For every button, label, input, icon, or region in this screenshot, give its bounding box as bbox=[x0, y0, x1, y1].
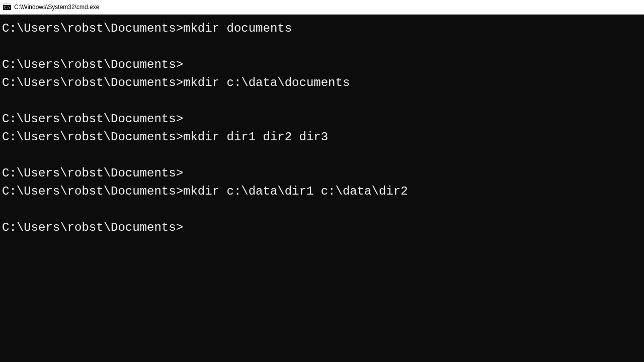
command-text: mkdir dir1 dir2 dir3 bbox=[183, 130, 328, 144]
command-text: mkdir c:\data\documents bbox=[183, 76, 350, 89]
svg-text:C:\: C:\ bbox=[4, 6, 11, 10]
terminal-line: C:\Users\robst\Documents>mkdir documents bbox=[2, 20, 642, 38]
prompt: C:\Users\robst\Documents> bbox=[2, 112, 183, 126]
terminal-output[interactable]: C:\Users\robst\Documents>mkdir documents… bbox=[0, 15, 644, 239]
terminal-blank-line bbox=[2, 92, 642, 110]
svg-rect-1 bbox=[3, 4, 11, 5]
terminal-line: C:\Users\robst\Documents> bbox=[2, 164, 642, 183]
command-text: mkdir c:\data\dir1 c:\data\dir2 bbox=[183, 185, 408, 198]
prompt: C:\Users\robst\Documents> bbox=[2, 130, 183, 144]
terminal-blank-line bbox=[2, 38, 642, 56]
cmd-icon: C:\ bbox=[3, 3, 11, 11]
prompt: C:\Users\robst\Documents> bbox=[2, 185, 183, 198]
terminal-line: C:\Users\robst\Documents> bbox=[2, 56, 642, 74]
window-title: C:\Windows\System32\cmd.exe bbox=[14, 4, 99, 11]
terminal-blank-line bbox=[2, 201, 642, 219]
terminal-line: C:\Users\robst\Documents>mkdir c:\data\d… bbox=[2, 183, 642, 201]
terminal-line: C:\Users\robst\Documents> bbox=[2, 110, 642, 128]
prompt: C:\Users\robst\Documents> bbox=[2, 22, 183, 35]
prompt: C:\Users\robst\Documents> bbox=[2, 166, 183, 180]
prompt: C:\Users\robst\Documents> bbox=[2, 76, 183, 89]
title-bar: C:\ C:\Windows\System32\cmd.exe bbox=[0, 0, 644, 15]
prompt: C:\Users\robst\Documents> bbox=[2, 221, 183, 234]
command-text: mkdir documents bbox=[183, 22, 292, 35]
prompt: C:\Users\robst\Documents> bbox=[2, 58, 183, 71]
terminal-blank-line bbox=[2, 146, 642, 164]
terminal-line: C:\Users\robst\Documents> bbox=[2, 219, 642, 237]
terminal-line: C:\Users\robst\Documents>mkdir dir1 dir2… bbox=[2, 128, 642, 146]
terminal-line: C:\Users\robst\Documents>mkdir c:\data\d… bbox=[2, 74, 642, 92]
